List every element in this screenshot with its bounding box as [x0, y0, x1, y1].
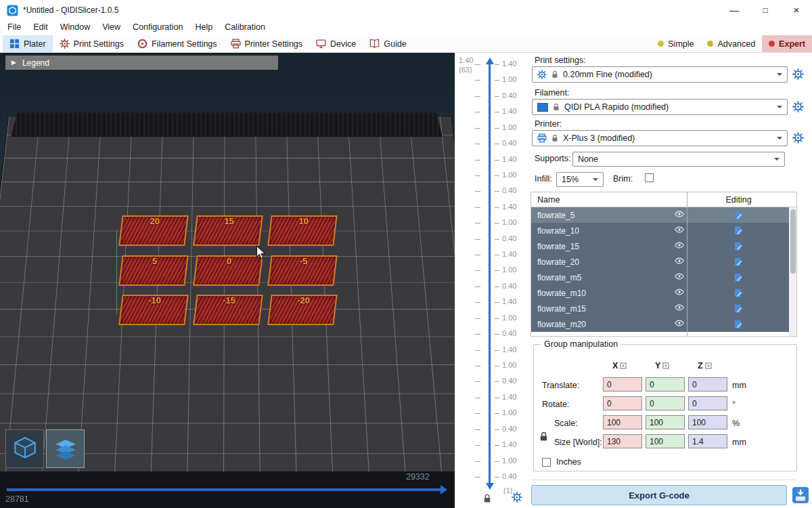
model-object[interactable]: -10 — [118, 295, 188, 325]
x-value-field[interactable]: 100 — [603, 415, 642, 429]
object-row[interactable]: flowrate_15 — [531, 238, 790, 254]
edit-icon[interactable] — [734, 304, 743, 313]
mode-expert[interactable]: Expert — [762, 35, 812, 52]
object-row[interactable]: flowrate_20 — [531, 254, 790, 270]
y-value-field[interactable]: 100 — [646, 415, 685, 429]
layer-tick: 1.00 — [455, 125, 531, 132]
x-value-field[interactable]: 0 — [603, 377, 642, 391]
eye-icon[interactable] — [675, 257, 684, 264]
eye-icon[interactable] — [675, 273, 684, 280]
3d-editor-view-button[interactable] — [5, 429, 44, 468]
tab-filament-settings[interactable]: Filament Settings — [131, 35, 224, 52]
eye-icon[interactable] — [675, 242, 684, 249]
eye-icon[interactable] — [675, 304, 684, 311]
object-row[interactable]: flowrate_m20 — [531, 316, 790, 332]
menu-item[interactable]: View — [96, 20, 127, 35]
menu-item[interactable]: File — [1, 20, 27, 35]
edit-icon[interactable] — [734, 226, 743, 235]
device-icon — [316, 39, 326, 49]
object-row[interactable]: flowrate_m15 — [531, 301, 790, 316]
menu-item[interactable]: Configuration — [127, 20, 189, 35]
maximize-button[interactable]: □ — [750, 0, 781, 20]
model-object[interactable]: 20 — [118, 215, 188, 246]
x-value-field[interactable]: 130 — [603, 434, 642, 448]
uniform-scale-lock-icon[interactable] — [539, 431, 548, 442]
model-object[interactable]: 10 — [267, 215, 337, 246]
list-scrollbar[interactable] — [789, 207, 796, 336]
tick-label: 1.40 — [502, 440, 516, 448]
layer-tick: 1.40 — [455, 299, 531, 306]
model-object[interactable]: -15 — [193, 295, 263, 325]
model-object[interactable]: 0 — [193, 255, 263, 286]
model-object[interactable]: 5 — [118, 255, 188, 286]
x-value-field[interactable]: 0 — [603, 396, 642, 410]
minimize-button[interactable]: — — [719, 0, 750, 20]
hslider-min-label: 28781 — [5, 494, 29, 504]
edit-icon[interactable] — [734, 242, 743, 251]
z-value-field[interactable]: 0 — [688, 377, 727, 391]
menu-item[interactable]: Calibration — [219, 20, 271, 35]
3d-viewport[interactable]: ▶ Legend 20 15 10 5 — [0, 53, 455, 508]
name-column-header: Name — [531, 195, 560, 205]
edit-icon[interactable] — [734, 273, 743, 282]
object-row[interactable]: flowrate_m10 — [531, 285, 790, 301]
supports-combo[interactable]: None — [572, 152, 785, 167]
model-object-label: 15 — [198, 216, 261, 226]
menu-item[interactable]: Edit — [27, 20, 54, 35]
printer-combo[interactable]: X-Plus 3 (modified) — [532, 130, 788, 146]
tick-dash-left — [475, 381, 480, 382]
infill-combo[interactable]: 15% — [556, 172, 604, 187]
eye-icon[interactable] — [675, 289, 684, 295]
send-to-printer-icon[interactable] — [792, 486, 809, 504]
preview-view-button[interactable] — [46, 429, 85, 468]
inches-checkbox[interactable] — [542, 458, 551, 467]
object-row[interactable]: flowrate_10 — [531, 223, 790, 238]
y-value-field[interactable]: 100 — [646, 434, 685, 448]
legend-bar[interactable]: ▶ Legend — [5, 56, 278, 70]
model-object[interactable]: -5 — [267, 255, 337, 286]
y-value-field[interactable]: 0 — [646, 396, 685, 410]
eye-icon[interactable] — [675, 320, 684, 326]
menu-item[interactable]: Help — [189, 20, 219, 35]
tick-label: 0.40 — [502, 282, 516, 290]
print-settings-combo[interactable]: 0.20mm Fine (modified) — [532, 66, 788, 83]
brim-checkbox[interactable] — [645, 173, 654, 182]
tab-printer-settings[interactable]: Printer Settings — [224, 35, 309, 52]
object-row[interactable]: flowrate_5 — [531, 207, 790, 223]
z-value-field[interactable]: 1.4 — [688, 434, 727, 448]
mode-simple[interactable]: Simple — [651, 35, 700, 52]
filament-combo[interactable]: QIDI PLA Rapido (modified) — [532, 99, 788, 115]
printer-gear-button[interactable] — [792, 132, 805, 144]
close-button[interactable]: × — [781, 0, 812, 20]
horizontal-move-slider[interactable] — [7, 488, 441, 491]
scrollbar-thumb[interactable] — [790, 209, 796, 274]
tab-device[interactable]: Device — [309, 35, 363, 52]
tab-guide[interactable]: Guide — [363, 35, 413, 52]
edit-icon[interactable] — [734, 320, 743, 329]
tick-dash-left — [475, 477, 480, 478]
filament-gear-button[interactable] — [792, 101, 805, 113]
edit-icon[interactable] — [734, 211, 743, 219]
tick-dash-left — [475, 270, 480, 271]
lock-icon[interactable] — [483, 494, 491, 503]
mode-advanced[interactable]: Advanced — [700, 35, 762, 52]
z-value-field[interactable]: 100 — [688, 415, 727, 429]
model-object[interactable]: -20 — [267, 295, 337, 325]
object-row[interactable]: flowrate_m5 — [531, 270, 790, 285]
tick-dash-left — [475, 239, 480, 240]
slider-gear-icon[interactable] — [512, 492, 522, 503]
eye-icon[interactable] — [675, 226, 684, 233]
y-value-field[interactable]: 0 — [646, 377, 685, 391]
edit-icon[interactable] — [734, 257, 743, 266]
tab-plater[interactable]: Plater — [3, 35, 53, 52]
model-object-label: 10 — [272, 216, 336, 226]
export-gcode-button[interactable]: Export G-code — [531, 485, 787, 505]
print-settings-gear-button[interactable] — [792, 68, 805, 81]
tab-print-settings[interactable]: Print Settings — [53, 35, 131, 52]
eye-icon[interactable] — [675, 211, 684, 217]
menu-item[interactable]: Window — [54, 20, 96, 35]
model-object[interactable]: 15 — [193, 215, 263, 246]
titlebar: *Untitled - QIDISlicer-1.0.5 — □ × — [0, 0, 812, 20]
z-value-field[interactable]: 0 — [688, 396, 727, 410]
edit-icon[interactable] — [734, 289, 743, 297]
